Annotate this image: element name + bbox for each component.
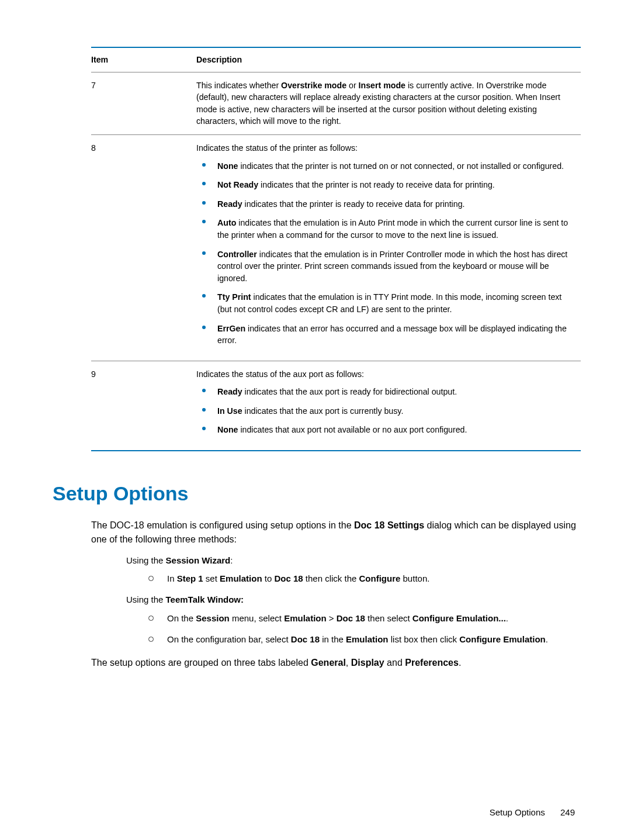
item-number: 7 — [91, 72, 196, 134]
status-list: None indicates that the printer is not t… — [196, 160, 577, 347]
method-list: In Step 1 set Emulation to Doc 18 then c… — [126, 572, 581, 585]
item-number: 8 — [91, 134, 196, 361]
footer-label: Setup Options — [490, 807, 545, 817]
list-item: Controller indicates that the emulation … — [200, 248, 577, 285]
page-number: 249 — [560, 807, 575, 817]
paragraph: Using the Session Wizard: — [126, 554, 581, 567]
description-table: Item Description 7 This indicates whethe… — [91, 47, 581, 451]
section-heading: Setup Options — [53, 479, 581, 508]
list-item: Auto indicates that the emulation is in … — [200, 217, 577, 241]
list-item: In Use indicates that the aux port is cu… — [200, 405, 577, 417]
th-item: Item — [91, 47, 196, 72]
table-row: 9 Indicates the status of the aux port a… — [91, 361, 581, 451]
item-description: This indicates whether Overstrike mode o… — [196, 72, 581, 134]
page-footer: Setup Options 249 — [0, 806, 631, 819]
list-item: On the Session menu, select Emulation > … — [148, 612, 581, 625]
th-description: Description — [196, 47, 581, 72]
item-description: Indicates the status of the aux port as … — [196, 361, 581, 451]
list-item: Ready indicates that the printer is read… — [200, 198, 577, 210]
paragraph: Using the TeemTalk Window: — [126, 593, 581, 606]
table-row: 8 Indicates the status of the printer as… — [91, 134, 581, 361]
item-number: 9 — [91, 361, 196, 451]
list-item: ErrGen indicates that an error has occur… — [200, 323, 577, 347]
method-list: On the Session menu, select Emulation > … — [126, 612, 581, 646]
list-item: Tty Print indicates that the emulation i… — [200, 291, 577, 315]
item-description: Indicates the status of the printer as f… — [196, 134, 581, 361]
list-item: None indicates that aux port not availab… — [200, 424, 577, 436]
list-item: Ready indicates that the aux port is rea… — [200, 386, 577, 398]
list-item: None indicates that the printer is not t… — [200, 160, 577, 172]
list-item: On the configuration bar, select Doc 18 … — [148, 633, 581, 646]
list-item: Not Ready indicates that the printer is … — [200, 179, 577, 191]
paragraph: The setup options are grouped on three t… — [91, 656, 581, 669]
paragraph: The DOC-18 emulation is configured using… — [91, 518, 581, 545]
table-row: 7 This indicates whether Overstrike mode… — [91, 72, 581, 134]
status-list: Ready indicates that the aux port is rea… — [196, 386, 577, 436]
list-item: In Step 1 set Emulation to Doc 18 then c… — [148, 572, 581, 585]
